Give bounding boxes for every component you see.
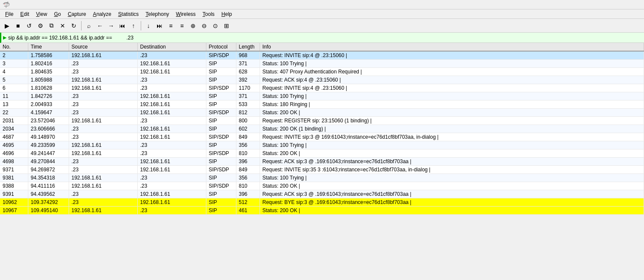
proto-cell: SIP/SDP [206,149,236,158]
dst-cell: 192.168.1.61 [137,109,206,117]
menu-item-capture[interactable]: Capture [64,10,90,18]
stop-button[interactable]: ■ [13,21,23,31]
src-cell: .23 [69,92,137,100]
info-cell: Status: 407 Proxy Authentication Require… [260,68,644,76]
col-header-info[interactable]: Info [260,43,644,51]
start-button[interactable]: ▶ [2,21,12,31]
clipboard-button[interactable]: ⧉ [46,21,57,31]
dst-cell: .23 [137,182,206,190]
table-row[interactable]: 938894.411116192.168.1.61 .23SIP/SDP810S… [0,182,644,190]
options-button[interactable]: ⚙ [35,21,45,31]
menu-item-go[interactable]: Go [51,10,64,18]
table-row[interactable]: 10967109.495140192.168.1.61 .23SIP461Sta… [0,207,644,215]
find-button[interactable]: ⌕ [84,21,94,31]
len-cell: 396 [236,158,260,166]
time-cell: 1.802416 [28,60,69,68]
table-row[interactable]: 469649.241447192.168.1.61 .23SIP/SDP810S… [0,149,644,158]
table-row[interactable]: 10962109.374292 .23192.168.1.61SIP512Req… [0,198,644,207]
src-cell: 192.168.1.61 [69,51,137,60]
proto-cell: SIP [206,100,236,109]
col-header-len[interactable]: Length [236,43,260,51]
col-header-proto[interactable]: Protocol [206,43,236,51]
last-button[interactable]: ⏭ [154,21,165,31]
len-cell: 812 [236,109,260,117]
no-cell: 9371 [0,166,28,174]
len-cell: 810 [236,149,260,158]
time-cell: 94.354318 [28,174,69,182]
proto-cell: SIP/SDP [206,109,236,117]
zoom-in-button[interactable]: ⊕ [188,21,198,31]
menu-item-edit[interactable]: Edit [17,10,33,18]
clear-button[interactable]: ✕ [57,21,68,31]
len-cell: 512 [236,198,260,207]
info-cell: Status: 200 OK | [260,182,644,190]
table-row[interactable]: 203123.572046192.168.1.61 .23SIP800Reque… [0,117,644,125]
time-cell: 1.758586 [28,51,69,60]
table-row[interactable]: 61.810628192.168.1.61 .23SIP/SDP1170Requ… [0,84,644,92]
columns-button[interactable]: ⊞ [221,21,232,31]
no-cell: 9381 [0,174,28,182]
menu-item-analyze[interactable]: Analyze [90,10,115,18]
proto-cell: SIP [206,60,236,68]
zoom-fit-button[interactable]: ⊙ [210,21,221,31]
src-cell: 192.168.1.61 [69,149,137,158]
info-cell: Status: 200 OK | [260,207,644,215]
table-row[interactable]: 469549.233599192.168.1.61 .23SIP356Statu… [0,141,644,149]
toolbar: ▶■↺⚙⧉✕↻⌕←→⏮↑↓⏭≡≡⊕⊖⊙⊞ [0,19,644,33]
len-cell: 371 [236,60,260,68]
table-row[interactable]: 938194.354318192.168.1.61 .23SIP356Statu… [0,174,644,182]
table-row[interactable]: 111.842726 .23192.168.1.61SIP371Status: … [0,92,644,100]
up-button[interactable]: ↑ [128,21,139,31]
zoom-out-button[interactable]: ⊖ [199,21,209,31]
align-left-button[interactable]: ≡ [166,21,176,31]
proto-cell: SIP [206,207,236,215]
no-cell: 4687 [0,133,28,141]
table-row[interactable]: 31.802416 .23192.168.1.61SIP371Status: 1… [0,60,644,68]
table-row[interactable]: 469849.270844 .23192.168.1.61SIP396Reque… [0,158,644,166]
len-cell: 356 [236,141,260,149]
col-header-src[interactable]: Source [69,43,137,51]
menu-item-statistics[interactable]: Statistics [115,10,142,18]
menu-item-file[interactable]: File [2,10,17,18]
first-button[interactable]: ⏮ [117,21,127,31]
col-header-dst[interactable]: Destination [137,43,206,51]
align-right-button[interactable]: ≡ [177,21,187,31]
menu-item-view[interactable]: View [33,10,51,18]
table-row[interactable]: 41.804635 .23192.168.1.61SIP628Status: 4… [0,68,644,76]
menu-item-help[interactable]: Help [218,10,236,18]
table-row[interactable]: 224.159647 .23192.168.1.61SIP/SDP812Stat… [0,109,644,117]
proto-cell: SIP [206,92,236,100]
filter-input[interactable] [8,35,223,41]
menu-bar: FileEditViewGoCaptureAnalyzeStatisticsTe… [0,9,644,19]
col-header-no[interactable]: No. [0,43,28,51]
back-button[interactable]: ← [95,21,105,31]
table-row[interactable]: 937194.269872 .23192.168.1.61SIP/SDP849R… [0,166,644,174]
dst-cell: .23 [137,149,206,158]
table-header: No. Time Source Destination Protocol Len… [0,43,644,51]
info-cell: Status: 100 Trying | [260,141,644,149]
menu-item-telephony[interactable]: Telephony [142,10,172,18]
proto-cell: SIP [206,198,236,207]
down-button[interactable]: ↓ [143,21,154,31]
table-row[interactable]: 21.758586192.168.1.61 .23SIP/SDP968Reque… [0,51,644,60]
dst-cell: 192.168.1.61 [137,100,206,109]
forward-button[interactable]: → [106,21,116,31]
col-header-time[interactable]: Time [28,43,69,51]
restart-button[interactable]: ↺ [24,21,34,31]
time-cell: 49.233599 [28,141,69,149]
len-cell: 533 [236,100,260,109]
table-row[interactable]: 468749.148970 .23192.168.1.61SIP/SDP849R… [0,133,644,141]
src-cell: .23 [69,158,137,166]
dst-cell: .23 [137,117,206,125]
len-cell: 461 [236,207,260,215]
table-row[interactable]: 132.004933 .23192.168.1.61SIP533Status: … [0,100,644,109]
toolbar-separator [141,21,141,30]
menu-item-wireless[interactable]: Wireless [172,10,199,18]
time-cell: 94.269872 [28,166,69,174]
table-row[interactable]: 51.805988192.168.1.61 .23SIP392Request: … [0,76,644,84]
no-cell: 4698 [0,158,28,166]
reload-button[interactable]: ↻ [69,21,79,31]
menu-item-tools[interactable]: Tools [199,10,218,18]
table-row[interactable]: 939194.439562 .23192.168.1.61SIP396Reque… [0,190,644,198]
table-row[interactable]: 203423.606666 .23192.168.1.61SIP602Statu… [0,125,644,133]
